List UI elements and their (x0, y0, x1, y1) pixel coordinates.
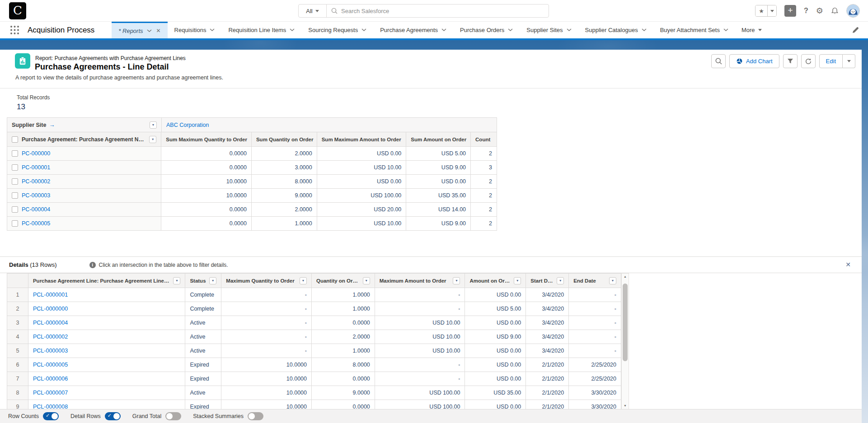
cell[interactable]: 10.0000 (221, 386, 312, 400)
purchase-agreement-line-link[interactable]: PCL-0000003 (33, 348, 68, 354)
row-checkbox[interactable] (12, 220, 18, 227)
cell[interactable]: - (375, 358, 465, 372)
nav-more-menu[interactable]: More (735, 22, 768, 38)
cell[interactable]: 2 (471, 217, 497, 230)
cell[interactable]: USD 14.00 (406, 203, 471, 216)
row-checkbox[interactable] (12, 150, 18, 157)
cell[interactable]: USD 0.00 (465, 344, 526, 358)
column-menu-button[interactable]: ▼ (173, 277, 180, 284)
cell-status[interactable]: Expired (185, 358, 221, 372)
cell[interactable]: 10.0000 (221, 358, 312, 372)
column-menu-button[interactable]: ▼ (149, 136, 156, 143)
row-checkbox[interactable] (12, 164, 18, 171)
cell[interactable]: 2 (471, 147, 497, 160)
cell[interactable]: 3/4/2020 (526, 344, 569, 358)
cell[interactable]: - (221, 302, 312, 316)
row-checkbox[interactable] (12, 192, 18, 199)
purchase-agreement-link[interactable]: PC-000002 (22, 178, 50, 185)
column-header[interactable]: Sum Maximum Amount to Order (317, 132, 407, 146)
cell[interactable]: USD 0.00 (317, 147, 407, 160)
cell[interactable]: USD 5.00 (465, 302, 526, 316)
cell[interactable]: USD 100.00 (317, 189, 407, 202)
cell[interactable]: USD 10.00 (375, 344, 465, 358)
cell[interactable]: - (221, 344, 312, 358)
column-menu-button[interactable]: ▼ (300, 277, 307, 284)
cell[interactable]: 1.0000 (252, 217, 317, 230)
purchase-agreement-line-link[interactable]: PCL-0000006 (33, 376, 68, 382)
cell-status[interactable]: Expired (185, 372, 221, 386)
global-actions-add-icon[interactable]: + (784, 5, 796, 17)
cell[interactable]: 2/25/2020 (569, 372, 621, 386)
cell[interactable]: - (375, 288, 465, 302)
tab-sourcing-requests[interactable]: Sourcing Requests (301, 22, 373, 38)
cell[interactable]: USD 9.00 (406, 161, 471, 174)
column-header[interactable]: Status (190, 278, 206, 284)
cell[interactable]: 1.0000 (312, 302, 375, 316)
column-menu-button[interactable]: ▼ (609, 277, 616, 284)
cell[interactable]: 0.0000 (312, 372, 375, 386)
cell[interactable]: 2 (471, 189, 497, 202)
column-menu-button[interactable]: ▼ (557, 277, 564, 284)
refresh-button[interactable] (801, 54, 816, 68)
column-header[interactable]: Sum Maximum Quantity to Order (161, 132, 252, 146)
add-chart-button[interactable]: Add Chart (729, 54, 779, 68)
column-header[interactable]: Maximum Quantity to Order (226, 278, 294, 284)
stacked-summaries-toggle[interactable] (248, 412, 263, 420)
purchase-agreement-line-link[interactable]: PCL-0000002 (33, 334, 68, 340)
cell[interactable]: 3/4/2020 (526, 288, 569, 302)
grand-total-toggle[interactable] (165, 412, 181, 420)
help-icon[interactable]: ? (804, 7, 808, 15)
cell[interactable]: 10.0000 (161, 189, 252, 202)
tab-requisitions[interactable]: Requisitions (168, 22, 222, 38)
column-menu-button[interactable]: ▼ (514, 277, 521, 284)
cell[interactable]: USD 35.00 (406, 189, 471, 202)
cell[interactable]: 3 (471, 161, 497, 174)
cell[interactable]: 0.0000 (161, 217, 252, 230)
find-in-report-button[interactable] (711, 54, 726, 68)
cell[interactable]: USD 9.00 (465, 330, 526, 344)
cell[interactable]: USD 0.00 (317, 175, 407, 188)
cell-status[interactable]: Active (185, 386, 221, 400)
tab-supplier-catalogues[interactable]: Supplier Catalogues (578, 22, 653, 38)
cell[interactable]: 2.0000 (252, 147, 317, 160)
select-all-checkbox[interactable] (12, 136, 18, 143)
edit-dropdown-button[interactable] (843, 54, 855, 68)
cell-status[interactable]: Active (185, 316, 221, 330)
cell[interactable]: USD 0.00 (465, 358, 526, 372)
cell[interactable]: 3/4/2020 (526, 330, 569, 344)
cell[interactable]: USD 100.00 (375, 386, 465, 400)
purchase-agreement-line-link[interactable]: PCL-0000007 (33, 390, 68, 396)
filter-button[interactable] (783, 54, 798, 68)
cell[interactable]: USD 20.00 (317, 203, 407, 216)
setup-gear-icon[interactable]: ⚙ (816, 6, 823, 16)
cell[interactable]: - (375, 372, 465, 386)
tab-supplier-sites[interactable]: Supplier Sites (520, 22, 578, 38)
column-header[interactable]: Quantity on Order (316, 278, 360, 284)
row-checkbox[interactable] (12, 206, 18, 213)
cell[interactable]: - (569, 316, 621, 330)
cell[interactable]: USD 10.00 (317, 217, 407, 230)
cell[interactable]: USD 10.00 (375, 316, 465, 330)
purchase-agreement-line-link[interactable]: PCL-0000005 (33, 362, 68, 368)
cell[interactable]: USD 10.00 (375, 330, 465, 344)
search-input[interactable] (341, 8, 549, 14)
cell[interactable]: - (569, 344, 621, 358)
cell[interactable]: - (221, 330, 312, 344)
column-header[interactable]: End Date (573, 278, 596, 284)
cell[interactable]: - (221, 316, 312, 330)
cell[interactable]: 2.0000 (252, 203, 317, 216)
cell[interactable]: 0.0000 (161, 203, 252, 216)
cell[interactable]: 0.0000 (161, 147, 252, 160)
cell[interactable]: USD 5.00 (406, 147, 471, 160)
column-menu-button[interactable]: ▼ (209, 277, 216, 284)
favorites-star-icon[interactable]: ★ (755, 5, 767, 16)
purchase-agreement-link[interactable]: PC-000003 (22, 192, 50, 199)
cell-status[interactable]: Active (185, 344, 221, 358)
column-menu-button[interactable]: ▼ (150, 121, 157, 129)
cell[interactable]: 1.0000 (312, 288, 375, 302)
cell[interactable]: USD 35.00 (465, 386, 526, 400)
column-header[interactable]: Maximum Amount to Order (380, 278, 446, 284)
purchase-agreement-link[interactable]: PC-000001 (22, 164, 50, 171)
cell[interactable]: 8.0000 (312, 358, 375, 372)
cell[interactable]: USD 0.00 (465, 288, 526, 302)
